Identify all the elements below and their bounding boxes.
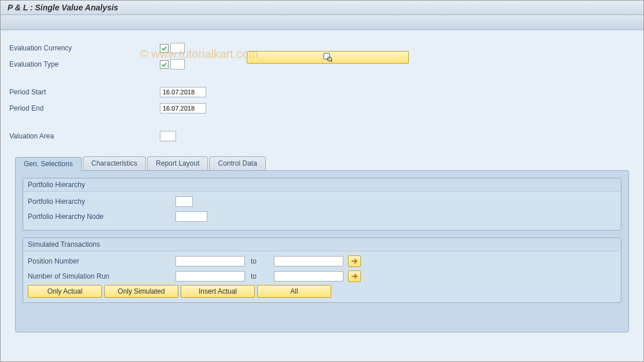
arrow-right-icon xyxy=(350,258,358,265)
simulated-transactions-group: Simulated Transactions Position Number t… xyxy=(23,237,621,303)
tabstrip: Gen. Selections Characteristics Report L… xyxy=(15,156,635,170)
eval-type-field[interactable] xyxy=(170,59,185,70)
portfolio-hierarchy-label: Portfolio Hierarchy xyxy=(28,198,175,206)
position-number-to-input[interactable] xyxy=(274,256,343,266)
portfolio-hierarchy-input[interactable] xyxy=(175,196,193,207)
simrun-label: Number of Simulation Run xyxy=(28,272,175,280)
checkmark-icon xyxy=(161,61,167,68)
simrun-to-input[interactable] xyxy=(274,271,343,281)
portfolio-group-title: Portfolio Hierarchy xyxy=(23,178,621,192)
eval-currency-checkbox[interactable] xyxy=(160,44,169,53)
tab-control-data[interactable]: Control Data xyxy=(209,156,265,170)
search-help-icon xyxy=(323,53,332,62)
tab-gen-selections[interactable]: Gen. Selections xyxy=(15,157,82,171)
period-start-label: Period Start xyxy=(9,88,160,96)
position-to-label: to xyxy=(251,257,268,265)
portfolio-node-label: Portfolio Hierarchy Node xyxy=(28,213,175,221)
simrun-range-button[interactable] xyxy=(348,270,361,282)
content-area: © www.tutorialkart.com Evaluation Curren… xyxy=(1,30,643,361)
insert-actual-button[interactable]: Insert Actual xyxy=(181,285,255,298)
eval-currency-label: Evaluation Currency xyxy=(9,44,160,52)
tab-panel-gen-selections: Portfolio Hierarchy Portfolio Hierarchy … xyxy=(15,170,629,332)
valuation-area-label: Valuation Area xyxy=(9,132,160,140)
only-simulated-button[interactable]: Only Simulated xyxy=(104,285,178,298)
svg-line-2 xyxy=(331,61,332,62)
position-number-label: Position Number xyxy=(28,257,175,265)
position-number-from-input[interactable] xyxy=(175,256,245,266)
simulated-group-title: Simulated Transactions xyxy=(23,238,621,251)
checkmark-icon xyxy=(161,45,167,52)
position-number-range-button[interactable] xyxy=(348,255,361,267)
eval-currency-field[interactable] xyxy=(170,43,185,53)
portfolio-hierarchy-group: Portfolio Hierarchy Portfolio Hierarchy … xyxy=(23,178,621,231)
arrow-right-icon xyxy=(350,273,358,280)
period-end-label: Period End xyxy=(9,104,160,112)
period-start-input[interactable] xyxy=(160,87,206,97)
eval-type-label: Evaluation Type xyxy=(9,60,160,68)
period-end-input[interactable] xyxy=(160,103,206,114)
simrun-from-input[interactable] xyxy=(175,271,245,281)
only-actual-button[interactable]: Only Actual xyxy=(28,285,102,298)
valuation-area-input[interactable] xyxy=(160,131,176,141)
tab-characteristics[interactable]: Characteristics xyxy=(83,156,146,170)
eval-type-checkbox[interactable] xyxy=(160,60,169,69)
simrun-to-label: to xyxy=(251,272,268,280)
page-title: P & L : Single Value Analysis xyxy=(1,1,643,15)
portfolio-node-input[interactable] xyxy=(175,211,207,222)
toolbar xyxy=(1,15,643,30)
main-window: P & L : Single Value Analysis © www.tuto… xyxy=(0,0,644,362)
svg-rect-0 xyxy=(324,53,330,59)
all-button[interactable]: All xyxy=(257,285,331,298)
search-help-button[interactable] xyxy=(247,51,409,64)
tab-report-layout[interactable]: Report Layout xyxy=(147,156,208,170)
